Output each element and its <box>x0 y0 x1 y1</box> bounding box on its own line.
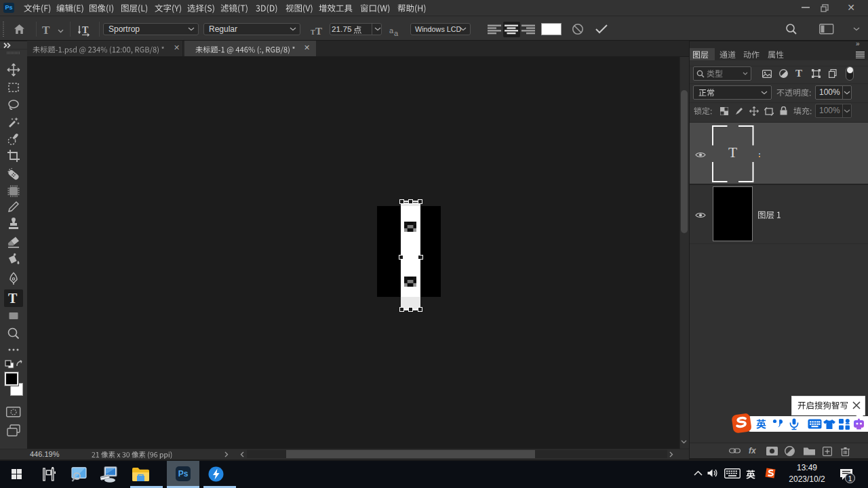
svg-text:a: a <box>394 29 399 36</box>
svg-text:a: a <box>389 28 394 35</box>
svg-text:T: T <box>311 28 315 36</box>
svg-text:T: T <box>315 26 322 36</box>
